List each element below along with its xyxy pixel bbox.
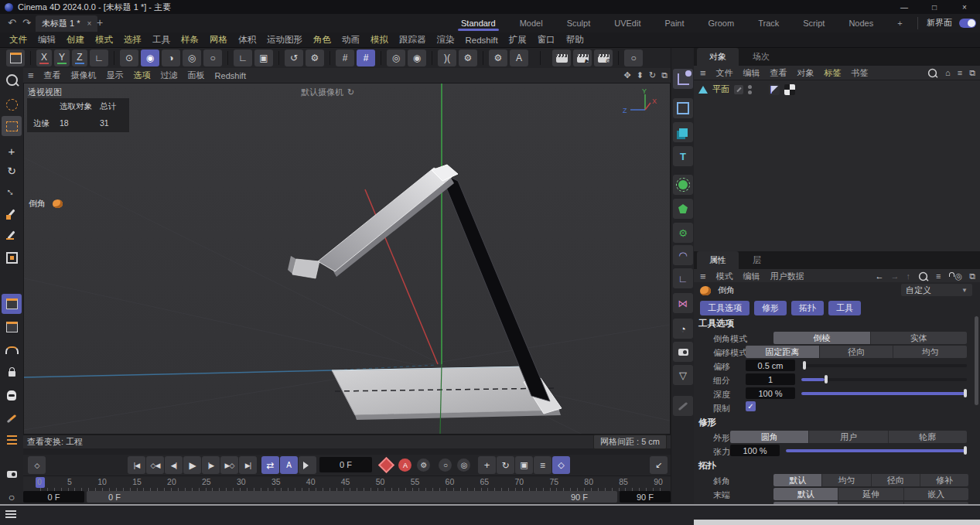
mask-icon[interactable] [2,385,22,405]
option-default[interactable]: 默认 [773,488,838,500]
close-button[interactable]: × [950,0,979,14]
toggle-view-icon[interactable]: ⧉ [661,70,668,80]
object-name[interactable]: 平面 [712,84,729,95]
menu-character[interactable]: 角色 [313,34,331,46]
option-patch[interactable]: 修补 [920,474,968,486]
editable-state-icon[interactable] [734,85,743,94]
timeline-expand-icon[interactable]: ↙ [650,456,668,474]
scale-tool-icon[interactable]: ↔ [2,181,22,201]
menu-select[interactable]: 选择 [124,34,142,46]
axis-cube-icon[interactable]: ∟ [673,268,693,288]
selection-tag-icon[interactable] [769,84,780,95]
menu-redshift[interactable]: Redshift [466,36,498,45]
redo-icon[interactable]: ↷ [20,16,33,29]
next-frame-button[interactable]: |▶ [202,456,220,474]
menu-help[interactable]: 帮助 [566,34,584,46]
option-profile[interactable]: 轮廓 [889,431,967,443]
record-rotation-toggle[interactable]: ↻ [497,456,514,474]
scene-end-field[interactable]: 90 F [620,491,671,503]
knife-tool-icon[interactable] [2,408,22,428]
symmetry-settings-icon[interactable]: ⚙ [459,49,477,66]
hex-gear-icon[interactable]: ⚙ [489,49,507,66]
quantize-settings-icon[interactable]: ◉ [408,49,426,66]
menu-spline[interactable]: 样条 [181,34,199,46]
viewport-menu-filter[interactable]: 过滤 [161,70,178,81]
maximize-button[interactable]: □ [920,0,949,14]
bridge-tool-icon[interactable] [2,340,22,360]
new-document-button[interactable]: + [97,16,103,29]
section-topology[interactable]: 拓扑 [698,460,716,472]
mograph-cloner-icon[interactable] [673,199,693,219]
spline-pen-icon[interactable] [673,69,693,89]
option-radial[interactable]: 径向 [820,346,894,358]
am-popout-icon[interactable]: ⧉ [969,271,975,281]
om-menu-tags[interactable]: 标签 [825,67,842,79]
document-tab[interactable]: 未标题 1 * × [36,15,97,32]
am-menu-edit[interactable]: 编辑 [743,271,760,282]
add-keyframe-button[interactable]: ◇ [28,456,46,474]
menu-mesh[interactable]: 网格 [210,34,227,46]
layout-tab-nodes[interactable]: Nodes [847,15,875,31]
option-user[interactable]: 用户 [809,431,888,443]
viewport-menu-options[interactable]: 选项 [134,70,151,81]
menu-render[interactable]: 渲染 [437,34,455,46]
object-tree[interactable]: 平面 [694,80,980,251]
layout-tab-script[interactable]: Script [801,15,826,31]
camera-label[interactable]: 默认摄像机 ↻ [301,87,354,98]
minimize-button[interactable]: — [890,0,919,14]
option-chamfer[interactable]: 倒棱 [773,332,871,344]
poly-pen-icon[interactable] [2,317,22,337]
previous-key-button[interactable]: ◇◀ [146,456,164,474]
viewport-menu-view[interactable]: 查看 [44,70,61,81]
am-filter-icon[interactable]: ≡ [936,271,941,281]
search-icon[interactable] [2,70,22,90]
subdivision-value-field[interactable]: 1 [746,373,795,385]
option-inset[interactable]: 嵌入 [904,488,968,500]
model-mode-button[interactable]: ◉ [141,49,159,66]
camera-swap-icon[interactable]: ↻ [347,87,354,97]
asset-box-icon[interactable] [6,49,25,66]
layout-tab-paint[interactable]: Paint [663,15,685,31]
coord-system-icon[interactable]: ↺ [285,49,303,66]
polygon-mode-icon[interactable] [2,247,22,268]
preview-range-bar[interactable]: 0 F 90 F [87,491,617,503]
am-up-icon[interactable]: ↑ [907,271,911,281]
attributes-scrollbar[interactable] [975,316,978,405]
om-popout-icon[interactable]: ⧉ [969,68,975,78]
option-extend[interactable]: 延伸 [838,488,903,500]
mouse-record-icon[interactable]: ○ [436,456,454,474]
effector-gear-icon[interactable]: ⚙ [673,223,693,243]
menu-simulate[interactable]: 模拟 [370,34,388,46]
menu-animate[interactable]: 动画 [342,34,360,46]
menu-volume[interactable]: 体积 [238,34,256,46]
tab-objects[interactable]: 对象 [697,48,739,66]
undo-icon[interactable]: ↶ [5,16,19,29]
section-shaping[interactable]: 修形 [698,417,716,428]
option-uniform[interactable]: 均匀 [822,474,871,486]
menu-tracker[interactable]: 跟踪器 [399,34,426,46]
snap-on-button[interactable]: # [357,49,375,66]
limit-checkbox[interactable]: ✓ [746,401,756,411]
autokey-button[interactable]: A [396,456,414,474]
tab-layers[interactable]: 层 [740,251,773,269]
hex-annotate-icon[interactable]: A [510,49,528,66]
tab-takes[interactable]: 场次 [740,48,782,66]
record-keyframe-button[interactable] [377,456,395,474]
menu-edit[interactable]: 编辑 [38,34,56,46]
play-button[interactable]: ▶ [183,456,201,474]
texture-mode-icon[interactable]: ◑ [162,49,180,66]
previous-frame-button[interactable]: ◀| [165,456,183,474]
section-tool-options[interactable]: 工具选项 [698,318,734,329]
om-menu-view[interactable]: 查看 [770,67,787,79]
view-label[interactable]: 透视视图 [28,87,62,98]
layout-tab-model[interactable]: Model [518,15,545,31]
offset-value-field[interactable]: 0.5 cm [746,360,795,371]
menu-tools[interactable]: 工具 [152,34,170,46]
quantize-icon[interactable]: ◎ [387,49,405,66]
option-uniform[interactable]: 均匀 [893,346,967,358]
zoom-view-icon[interactable]: ⬍ [637,70,644,80]
subdivision-slider[interactable] [801,373,967,385]
camera-object-icon[interactable] [673,342,693,362]
close-tab-icon[interactable]: × [87,19,92,28]
am-menu-mode[interactable]: 模式 [716,271,733,282]
